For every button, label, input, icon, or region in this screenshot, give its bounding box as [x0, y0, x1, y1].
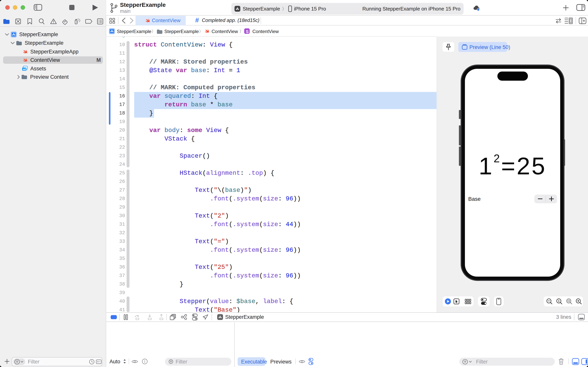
svg-text:1: 1 [558, 299, 560, 302]
